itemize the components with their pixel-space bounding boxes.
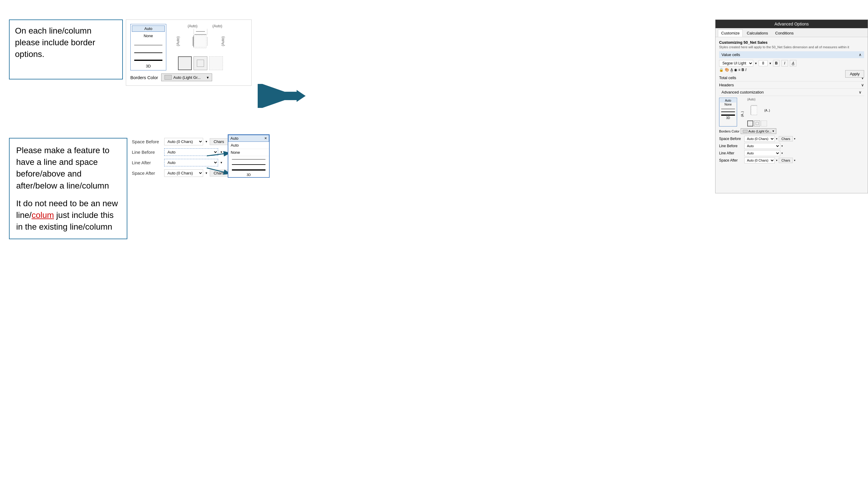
adv-chars-after-arrow: ▾ — [794, 159, 796, 162]
dropdown-close-icon[interactable]: ✕ — [264, 137, 267, 140]
mini-pos-none[interactable] — [761, 120, 767, 126]
space-before-chevron: ▾ — [206, 140, 207, 144]
adv-space-after-arrow: ▾ — [776, 159, 777, 162]
annotation-top: On each line/column please include borde… — [9, 20, 123, 80]
border-position-preview: (Auto) (Auto) (Auto) — [176, 24, 225, 70]
border-pos-inner[interactable] — [193, 56, 207, 70]
space-after-label: Space After — [132, 171, 162, 176]
mini-pos-tl — [745, 101, 751, 106]
border-pos-outer[interactable] — [178, 56, 192, 70]
adv-line-after-label: Line After — [719, 151, 743, 155]
apply-button[interactable]: Apply — [845, 70, 864, 78]
tab-customize[interactable]: Customize — [718, 29, 743, 37]
italic-btn[interactable]: I — [781, 60, 788, 66]
mini-borders-color-row: Borders Color Auto (Light Gr... ▾ — [719, 128, 864, 134]
border-style-none[interactable]: None — [132, 33, 165, 39]
mini-pos-outer[interactable] — [747, 120, 753, 126]
mini-pos-tr — [757, 101, 764, 106]
border-pos-label-top: (Auto) — [188, 24, 197, 28]
space-before-select[interactable]: Auto (0 Chars) — [164, 138, 203, 145]
borders-color-row: Borders Color Auto (Light Gr... ▾ — [130, 73, 247, 81]
border-style-auto[interactable]: Auto — [132, 26, 165, 32]
font-selector[interactable]: Segoe UI Light — [719, 60, 753, 66]
mini-borders-color-selector[interactable]: Auto (Light Gr... ▾ — [741, 128, 776, 134]
mini-pos-br — [757, 115, 764, 119]
headers-section[interactable]: Headers ∨ — [719, 82, 864, 89]
adv-line-after-row: Line After Auto ▾ — [719, 150, 864, 156]
adv-line-after-arrow: ▾ — [781, 152, 783, 155]
advanced-customization-section[interactable]: Advanced customization ∨ — [719, 89, 864, 96]
pos-bot-right — [207, 48, 219, 54]
svg-line-4 — [207, 168, 231, 174]
border-style-panel: Auto None 3D (Auto) — [126, 20, 252, 86]
mini-chevron-down-icon: ▾ — [772, 129, 774, 133]
mini-style-thick[interactable] — [720, 112, 736, 116]
adv-space-before-row: Space Before Auto (0 Chars) ▾ Chars ▾ — [719, 136, 864, 142]
pos-center — [194, 35, 207, 47]
borders-color-selector[interactable]: Auto (Light Gr... ▾ — [161, 73, 212, 81]
panel-tabs: Customize Calculations Conditions — [715, 28, 868, 37]
border-style-medium[interactable] — [132, 48, 165, 54]
pos-top-right — [207, 29, 219, 35]
border-style-thick[interactable] — [132, 56, 165, 62]
mini-pos-mc — [751, 106, 757, 115]
pos-top-center — [194, 29, 207, 35]
value-cells-section[interactable]: Value cells ∧ — [719, 51, 864, 58]
mini-color-value: Auto (Light Gr... — [748, 129, 772, 133]
dropdown-thin-line[interactable] — [228, 156, 269, 161]
font-selector-arrow: ▾ — [755, 61, 757, 65]
align-icon: ≡ — [738, 68, 740, 72]
mini-style-3d[interactable]: 3D — [720, 116, 736, 120]
dropdown-medium-line[interactable] — [228, 161, 269, 167]
color-value: Auto (Light Gr... — [174, 75, 201, 80]
mini-borders-color-label: Borders Color — [719, 129, 740, 133]
dropdown-3d[interactable]: 3D — [228, 172, 269, 177]
adv-space-after-select[interactable]: Auto (0 Chars) — [744, 157, 775, 163]
total-cells-section[interactable]: Total cells ∨ — [719, 74, 864, 82]
font-size-arrow: ▾ — [769, 61, 771, 65]
border-style-thin[interactable] — [132, 40, 165, 47]
annotation-bottom: Please make a feature to have a line and… — [9, 138, 127, 239]
pos-mid-left — [182, 35, 194, 47]
border-pos-none[interactable] — [209, 56, 223, 70]
dropdown-thick-line[interactable] — [228, 167, 269, 172]
border-style-3d[interactable]: 3D — [132, 63, 165, 69]
mini-style-none[interactable]: None — [720, 102, 736, 107]
adv-line-after-select[interactable]: Auto — [744, 150, 780, 156]
italic-icon2: I — [745, 68, 746, 72]
mini-style-auto[interactable]: Auto — [720, 99, 736, 102]
adv-line-before-row: Line Before Auto ▾ — [719, 143, 864, 149]
chevron-up-icon: ∧ — [859, 53, 862, 57]
format-icon-row: 🔒 🎨 A̲ ◉ ≡ B I — [719, 68, 864, 72]
mini-pos-inner[interactable] — [754, 120, 760, 126]
adv-chars-arrow: ▾ — [794, 137, 796, 140]
adv-space-after-chars[interactable]: Chars — [779, 158, 793, 163]
border-pos-label-right: (Auto) — [221, 32, 225, 50]
mini-style-thin[interactable] — [720, 107, 736, 110]
pos-mid-right — [207, 35, 219, 47]
adv-space-after-row: Space After Auto (0 Chars) ▾ Chars ▾ — [719, 157, 864, 163]
advanced-panel-title: Advanced Options — [715, 20, 868, 28]
dropdown-none[interactable]: None — [228, 149, 269, 156]
chevron-down-icon-adv: ∨ — [859, 90, 862, 94]
italic-underline-btn[interactable]: A — [790, 60, 796, 66]
font-size-input[interactable] — [758, 60, 768, 66]
bold-btn[interactable]: B — [773, 60, 780, 66]
highlight-icon: ◉ — [734, 68, 737, 72]
adv-space-before-chars[interactable]: Chars — [779, 136, 793, 142]
adv-space-before-select[interactable]: Auto (0 Chars) — [744, 136, 775, 142]
tab-conditions[interactable]: Conditions — [772, 29, 797, 37]
adv-space-before-arrow: ▾ — [776, 137, 777, 140]
dropdown-auto2[interactable]: Auto — [228, 142, 269, 149]
pos-top-left — [182, 29, 194, 35]
line-before-label: Line Before — [132, 150, 162, 155]
space-after-select[interactable]: Auto (0 Chars) — [164, 169, 203, 177]
tab-calculations[interactable]: Calculations — [743, 29, 771, 37]
customizing-title: Customizing 50_Net Sales — [719, 40, 864, 44]
dropdown-selected-auto[interactable]: Auto ✕ — [228, 135, 269, 142]
border-pos-label-left: (Auto) — [176, 32, 180, 50]
chevron-down-icon: ▾ — [207, 75, 209, 80]
line-after-label: Line After — [132, 160, 162, 165]
mini-style-medium[interactable] — [720, 110, 736, 112]
adv-line-before-select[interactable]: Auto — [744, 143, 780, 149]
